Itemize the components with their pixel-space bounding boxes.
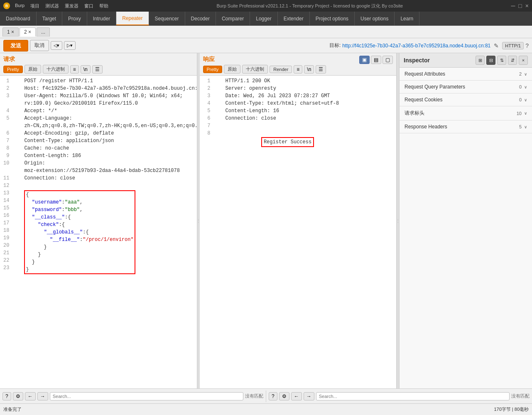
inspector-chevron-1: ∨ xyxy=(524,85,527,89)
inspector-section-response-headers[interactable]: Response Headers 5 ∨ xyxy=(400,120,532,133)
tab-comparer[interactable]: Comparer xyxy=(216,12,250,25)
tab-decoder[interactable]: Decoder xyxy=(185,12,216,25)
right-help-button[interactable]: ? xyxy=(269,392,277,400)
response-line-4: Content-Type: text/html; charset=utf-8 xyxy=(226,100,339,107)
response-tab-pretty[interactable]: Pretty xyxy=(203,66,223,73)
inspector-section-header-3[interactable]: 请求标头 10 ∨ xyxy=(400,106,532,120)
inspector-section-header-0[interactable]: Request Attributes 2 ∨ xyxy=(400,68,532,80)
tab-project-options[interactable]: Project options xyxy=(310,12,355,25)
request-format-icon[interactable]: ≡ xyxy=(70,65,79,74)
response-line-7 xyxy=(226,122,339,130)
inspector-sort-asc-icon[interactable]: ⇅ xyxy=(497,56,506,65)
title-bar-menu[interactable]: Burp 项目 测试器 重发器 窗口 帮助 xyxy=(15,3,108,9)
request-json-close1: } xyxy=(26,258,133,266)
right-settings-button[interactable]: ⚙ xyxy=(279,392,289,400)
inspector-sort-desc-icon[interactable]: ⇵ xyxy=(508,56,517,65)
send-button[interactable]: 发送 xyxy=(3,40,28,52)
request-json-close3: } xyxy=(26,243,133,251)
maximize-button[interactable]: □ xyxy=(518,2,522,9)
request-body[interactable]: 1234567891011121314151617181920212223 PO… xyxy=(0,76,197,388)
right-search-input[interactable] xyxy=(316,392,510,400)
inspector-section-header-4[interactable]: Response Headers 5 ∨ xyxy=(400,120,532,133)
prev-button[interactable]: ◁ ▾ xyxy=(51,41,62,50)
inspector-section-header-1[interactable]: Request Query Parameters 0 ∨ xyxy=(400,81,532,93)
response-menu-icon[interactable]: ☰ xyxy=(316,65,326,74)
request-newline-icon[interactable]: \n xyxy=(81,65,91,74)
close-button[interactable]: × xyxy=(525,2,529,9)
tab-intruder[interactable]: Intruder xyxy=(87,12,116,25)
inspector-chevron-2: ∨ xyxy=(524,98,527,102)
status-bar: 准备完了 170字节 | 80毫秒 xyxy=(0,403,532,415)
left-prev-button[interactable]: ← xyxy=(25,392,36,400)
view-mode-icons: ▣ ▤ ▢ xyxy=(359,56,393,64)
response-line-8: Register Success xyxy=(226,130,339,155)
prev-icon: ◁ xyxy=(54,43,57,48)
view-combined-icon[interactable]: ▢ xyxy=(382,56,393,64)
menu-repeater[interactable]: 重发器 xyxy=(65,3,78,9)
view-single-icon[interactable]: ▤ xyxy=(371,56,381,64)
view-split-icon[interactable]: ▣ xyxy=(359,56,370,64)
tab-sequencer[interactable]: Sequencer xyxy=(149,12,185,25)
menu-burp[interactable]: Burp xyxy=(15,3,25,9)
minimize-button[interactable]: ─ xyxy=(511,2,515,9)
response-format-icon[interactable]: ≡ xyxy=(294,65,302,74)
request-line-4: Accept: */* xyxy=(24,107,196,115)
tab-learn[interactable]: Learn xyxy=(395,12,419,25)
request-menu-icon[interactable]: ☰ xyxy=(92,65,103,74)
left-settings-button[interactable]: ⚙ xyxy=(13,392,23,400)
title-bar: B Burp 项目 测试器 重发器 窗口 帮助 Burp Suite Profe… xyxy=(0,0,532,12)
request-tab-hex[interactable]: 十六进制 xyxy=(43,65,69,74)
tab-repeater[interactable]: Repeater xyxy=(116,12,149,25)
cancel-button[interactable]: 取消 xyxy=(30,40,49,51)
tab-extender[interactable]: Extender xyxy=(278,12,310,25)
tab-dashboard[interactable]: Dashboard xyxy=(0,12,37,25)
menu-project[interactable]: 项目 xyxy=(30,3,39,9)
menu-window[interactable]: 窗口 xyxy=(84,3,93,9)
request-tab-raw[interactable]: 原始 xyxy=(25,65,41,74)
response-body[interactable]: 12345678 HTTP/1.1 200 OK Server: openres… xyxy=(200,76,397,388)
request-line-11: Connection: close xyxy=(24,174,196,182)
request-json-globals: "__globals__":{ xyxy=(26,228,133,236)
response-line-numbers: 12345678 xyxy=(203,77,213,155)
menu-help[interactable]: 帮助 xyxy=(99,3,108,9)
response-line-5: Content-Length: 16 xyxy=(226,107,339,115)
left-help-button[interactable]: ? xyxy=(2,392,11,400)
inspector-view-icon-2[interactable]: ⊟ xyxy=(486,56,495,65)
request-line-6: Accept-Encoding: gzip, deflate xyxy=(24,130,196,137)
edit-target-button[interactable]: ✎ xyxy=(492,42,500,49)
next-button[interactable]: ▷ ▾ xyxy=(64,41,76,50)
left-next-button[interactable]: → xyxy=(37,392,48,400)
inspector-section-query-params[interactable]: Request Query Parameters 0 ∨ xyxy=(400,81,532,93)
inspector-close-icon[interactable]: × xyxy=(519,56,528,65)
request-panel: 请求 Pretty 原始 十六进制 ≡ \n ☰ 123456789101112… xyxy=(0,53,197,388)
inspector-view-icon-1[interactable]: ⊞ xyxy=(476,56,485,65)
response-newline-icon[interactable]: \n xyxy=(304,65,314,74)
request-tab-pretty[interactable]: Pretty xyxy=(3,66,23,73)
response-line-6: Connection: close xyxy=(226,115,339,122)
sub-tab-2[interactable]: 2 × xyxy=(20,27,36,37)
inspector-chevron-0: ∨ xyxy=(524,72,527,76)
menu-tester[interactable]: 测试器 xyxy=(45,3,59,9)
right-next-button[interactable]: → xyxy=(304,392,314,400)
sub-tab-1[interactable]: 1 × xyxy=(2,27,19,37)
inspector-section-cookies[interactable]: Request Cookies 0 ∨ xyxy=(400,93,532,106)
tab-proxy[interactable]: Proxy xyxy=(62,12,87,25)
left-search-input[interactable] xyxy=(50,392,243,400)
inspector-section-request-attrs[interactable]: Request Attributes 2 ∨ xyxy=(400,68,532,81)
request-line-9: Content-Length: 186 xyxy=(24,152,196,160)
request-line-numbers: 1234567891011121314151617181920212223 xyxy=(3,77,12,274)
response-tab-hex[interactable]: 十六进制 xyxy=(242,65,268,74)
right-prev-button[interactable]: ← xyxy=(291,392,302,400)
response-tab-raw[interactable]: 原始 xyxy=(224,65,240,74)
inspector-section-header-2[interactable]: Request Cookies 0 ∨ xyxy=(400,93,532,106)
inspector-section-count-1: 0 ∨ xyxy=(519,84,527,89)
sub-tab-more[interactable]: ... xyxy=(37,27,50,37)
bottom-bar-right: ? ⚙ ← → 没有匹配 xyxy=(266,390,532,402)
tab-user-options[interactable]: User options xyxy=(355,12,395,25)
help-button[interactable]: ? xyxy=(525,42,529,49)
window-controls[interactable]: ─ □ × xyxy=(511,2,529,9)
tab-target[interactable]: Target xyxy=(37,12,62,25)
response-tab-render[interactable]: Render xyxy=(270,66,292,73)
inspector-section-request-headers[interactable]: 请求标头 10 ∨ xyxy=(400,106,532,120)
tab-logger[interactable]: Logger xyxy=(250,12,277,25)
